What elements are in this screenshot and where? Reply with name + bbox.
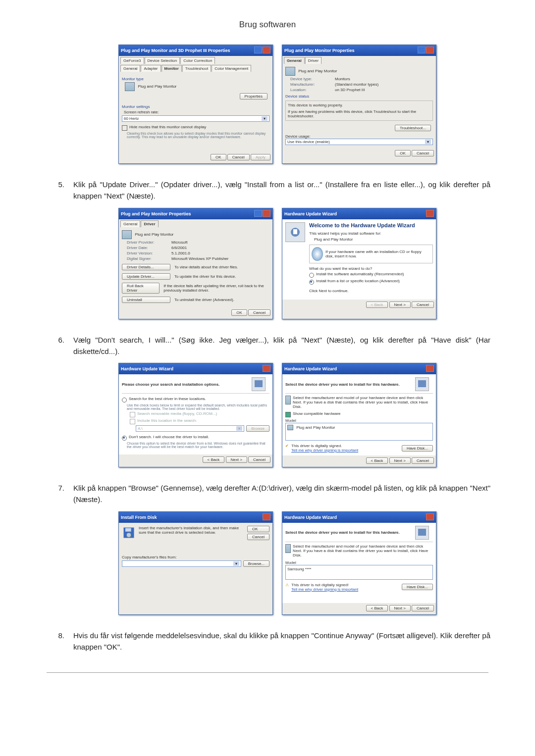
tab-general[interactable]: General [120,65,140,72]
tab-driver[interactable]: Driver [141,220,158,227]
back-button[interactable]: < Back [203,456,225,463]
tab-color-management[interactable]: Color Management [212,65,251,72]
wizard-welcome-heading: Welcome to the Hardware Update Wizard [309,222,433,228]
cancel-button[interactable]: Cancel [248,309,270,316]
window-controls[interactable] [262,513,270,521]
device-usage-label: Device usage: [285,134,433,139]
device-usage-combo[interactable]: Use this device (enable) ▾ [285,139,433,145]
hide-modes-checkbox[interactable] [122,125,127,131]
hardware-update-wizard-welcome-window: Hardware Update Wizard Welcome to the Ha… [282,208,436,319]
manufacturer-label: Manufacturer: [290,82,335,87]
browse-button[interactable]: Browse [246,425,269,432]
next-button[interactable]: Next > [389,302,411,308]
monitor-icon [125,82,135,91]
cancel-button[interactable]: Cancel [247,534,269,540]
radio-search[interactable] [122,398,127,403]
manufacturer-value: (Standard monitor types) [335,82,378,87]
ok-button[interactable]: OK [395,150,411,156]
window-controls[interactable] [426,513,434,521]
pnp-monitor-properties-driver-window: Plug and Play Monitor Properties General… [118,208,273,319]
refresh-rate-combo[interactable]: 60 Hertz ▾ [122,115,269,122]
cancel-button[interactable]: Cancel [248,456,270,463]
tab-monitor[interactable]: Monitor [161,65,182,72]
tab-device-selection[interactable]: Device Selection [145,57,180,64]
provider-label: Driver Provider: [127,240,171,245]
window-controls[interactable] [262,365,270,373]
next-button[interactable]: Next > [226,456,247,463]
path-combo[interactable]: A:\▾ [136,425,244,432]
window-controls[interactable] [417,47,434,54]
tab-adapter[interactable]: Adapter [141,65,160,72]
signing-link[interactable]: Tell me why driver signing is important [291,587,358,592]
window-title: Hardware Update Wizard [284,211,337,216]
wizard-icon [285,222,305,242]
chk-removable[interactable] [130,412,135,417]
window-controls[interactable] [254,47,270,54]
signing-link[interactable]: Tell me why driver signing is important [291,448,358,453]
ok-button[interactable]: OK [247,526,269,532]
monitor-settings-label: Monitor settings [122,104,269,109]
version-label: Driver Version: [127,251,171,255]
status-text-2: If you are having problems with this dev… [288,109,430,118]
model-list[interactable]: Plug and Play Monitor [285,423,433,441]
tab-troubleshoot[interactable]: Troubleshoot [182,65,211,72]
cancel-button[interactable]: Cancel [412,457,434,464]
cancel-button[interactable]: Cancel [412,302,434,308]
back-button[interactable]: < Back [366,457,388,464]
wizard-continue: Click Next to continue. [309,289,433,293]
back-button[interactable]: < Back [366,302,388,308]
back-button[interactable]: < Back [366,605,388,611]
device-usage-value: Use this device (enable) [287,140,330,144]
footer-rule [47,672,488,673]
radio-auto[interactable] [309,273,314,278]
window-title: Hardware Update Wizard [121,366,173,371]
window-controls[interactable] [426,210,434,218]
wizard-instruction: Select the manufacturer and model of you… [293,544,433,557]
rollback-driver-button[interactable]: Roll Back Driver [122,283,160,294]
window-controls[interactable] [426,365,434,373]
have-disk-button[interactable]: Have Disk... [402,445,433,452]
radio-dont-search[interactable] [122,436,127,441]
radio-list[interactable] [309,280,314,285]
floppy-icon [122,526,136,540]
properties-button[interactable]: Properties [240,93,268,100]
uninstall-button[interactable]: Uninstall [122,297,170,303]
step-number: 8. [45,630,73,653]
tab-general[interactable]: General [284,57,305,64]
model-list[interactable]: Samsung **** [285,565,433,580]
cancel-button[interactable]: Cancel [412,605,434,611]
browse-button[interactable]: Browse... [243,560,269,567]
rollback-driver-desc: If the device fails after updating the d… [163,284,269,293]
monitor-adapter-properties-window: Plug and Play Monitor and 3D Prophet III… [118,45,273,164]
chevron-down-icon: ▾ [425,140,431,144]
page-title: Brug softwaren [45,20,490,30]
update-driver-button[interactable]: Update Driver... [122,273,170,280]
apply-button[interactable]: Apply [251,154,270,160]
cancel-button[interactable]: Cancel [412,150,434,156]
radio-search-desc: Use the check boxes below to limit or ex… [127,403,269,410]
chk-location[interactable] [130,419,135,424]
driver-details-button[interactable]: Driver Details... [122,264,170,270]
tab-color-correction[interactable]: Color Correction [180,57,215,64]
step-8: 8. Hvis du får vist følgende meddelelses… [45,630,490,653]
tab-geforce3[interactable]: GeForce3 [120,57,144,64]
next-button[interactable]: Next > [389,605,411,611]
path-combo[interactable]: ▾ [122,560,241,567]
ok-button[interactable]: OK [231,309,247,316]
troubleshoot-button[interactable]: Troubleshoot... [395,125,431,131]
cancel-button[interactable]: Cancel [227,154,250,160]
wizard-icon [415,526,429,540]
tab-general[interactable]: General [120,220,140,227]
hardware-update-wizard-select-window: Hardware Update Wizard Select the device… [282,363,436,467]
ok-button[interactable]: OK [211,154,226,160]
device-type-value: Monitors [335,77,350,81]
chk-removable-label: Search removable media (floppy, CD-ROM..… [137,411,217,416]
tab-driver[interactable]: Driver [305,57,321,64]
next-button[interactable]: Next > [389,457,411,464]
step-5: 5. Klik på "Update Driver..." (Opdater d… [45,179,490,202]
device-name: Plug and Play Monitor [298,69,337,73]
window-title: Hardware Update Wizard [284,515,337,520]
compat-checkbox[interactable] [285,412,291,417]
window-controls[interactable] [254,210,270,218]
have-disk-button[interactable]: Have Disk... [402,584,433,590]
